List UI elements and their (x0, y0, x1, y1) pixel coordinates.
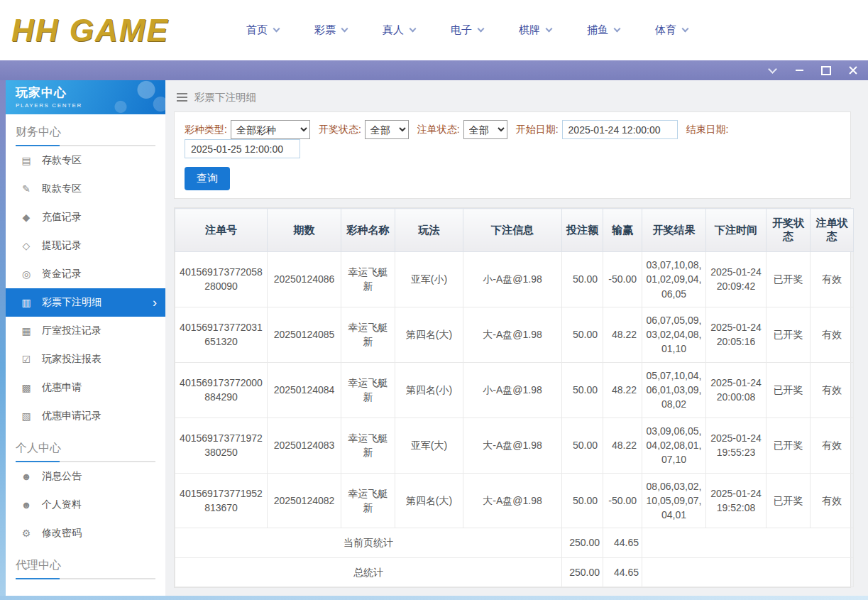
end-date-input[interactable] (185, 139, 300, 158)
table-cell: 已开奖 (767, 307, 811, 362)
table-cell: 有效 (811, 418, 854, 473)
chevron-down-icon (341, 26, 348, 33)
sidebar-item-recharge-records[interactable]: ◆充值记录 (6, 203, 165, 231)
deposit-icon: ▤ (19, 155, 33, 166)
start-date-label: 开始日期: (516, 124, 559, 136)
sidebar-item-profile[interactable]: ☻个人资料 (6, 491, 165, 519)
table-cell: 第四名(大) (395, 473, 463, 528)
table-cell: 03,07,10,08,01,02,09,04,06,05 (642, 252, 706, 307)
profile-icon: ☻ (19, 499, 33, 511)
sidebar-item-deposit-zone[interactable]: ▤存款专区 (6, 146, 165, 175)
nav-item-label: 真人 (383, 23, 404, 37)
table-cell: 20250124084 (268, 362, 341, 418)
table-cell: -50.00 (603, 473, 642, 528)
table-cell: 2025-01-24 19:55:23 (706, 418, 767, 473)
table-header-row: 注单号期数彩种名称玩法下注信息投注额输赢开奖结果下注时间开奖状态注单状态 (175, 209, 854, 252)
menu-icon[interactable] (177, 97, 187, 98)
lottery-type-select[interactable]: 全部彩种 (231, 120, 310, 139)
nav-item-board-games[interactable]: 棋牌 (519, 23, 551, 37)
nav-item-label: 彩票 (314, 23, 336, 37)
column-header: 玩法 (395, 209, 463, 252)
nav-item-slots[interactable]: 电子 (451, 23, 483, 37)
page-title: 彩票下注明细 (194, 91, 256, 104)
column-header: 开奖状态 (767, 209, 811, 252)
table-cell: 已开奖 (767, 252, 811, 307)
search-button[interactable]: 查询 (185, 167, 230, 190)
promo-apply-record-icon: ▧ (19, 410, 33, 422)
sidebar-menu: 财务中心▤存款专区✎取款专区◆充值记录◇提现记录◎资金记录▥彩票下注明细›▦厅室… (6, 114, 165, 579)
brand-logo[interactable]: HH GAME (11, 13, 214, 48)
sidebar-item-withdrawal-records[interactable]: ◇提现记录 (6, 231, 165, 260)
sidebar-item-label: 优惠申请记录 (42, 410, 101, 422)
table-cell: 48.22 (603, 307, 642, 362)
sidebar-item-player-bet-report[interactable]: ☑玩家投注报表 (6, 345, 165, 373)
nav-item-fishing[interactable]: 捕鱼 (587, 23, 620, 37)
nav-item-live-casino[interactable]: 真人 (383, 23, 415, 37)
window-dropdown-chevron-icon[interactable] (767, 65, 777, 75)
table-cell: 大-A盘@1.98 (463, 307, 562, 362)
summary-label: 总统计 (175, 557, 562, 587)
sidebar-item-label: 玩家投注报表 (42, 353, 101, 366)
sidebar-item-hall-bet-records[interactable]: ▦厅室投注记录 (6, 317, 165, 345)
nav-item-label: 首页 (246, 23, 268, 37)
sidebar-item-promo-application[interactable]: ▩优惠申请 (6, 373, 165, 402)
filter-panel: 彩种类型: 全部彩种 开奖状态: 全部 注单状态: 全部 开始日期: 结束日期:… (174, 111, 851, 199)
table-cell: 幸运飞艇新 (341, 307, 395, 362)
sidebar-item-change-password[interactable]: ⚙修改密码 (6, 519, 165, 547)
summary-win-total: 44.65 (603, 557, 642, 587)
table-cell: 2025-01-24 20:05:16 (706, 307, 767, 362)
table-row: 40156917377203165132020250124085幸运飞艇新第四名… (175, 307, 854, 362)
window-close-icon[interactable] (848, 65, 858, 75)
table-cell: 幸运飞艇新 (341, 418, 395, 473)
summary-row: 当前页统计250.0044.65 (175, 528, 854, 557)
table-cell: 大-A盘@1.98 (463, 418, 562, 473)
sidebar-item-withdraw-zone[interactable]: ✎取款专区 (6, 175, 165, 203)
sidebar-section-title: 个人中心 (6, 430, 165, 462)
bet-status-select[interactable]: 全部 (463, 120, 507, 139)
sidebar-item-label: 个人资料 (42, 498, 82, 511)
column-header: 注单号 (175, 209, 268, 252)
column-header: 开奖结果 (642, 209, 706, 252)
table-cell: 03,09,06,05,04,02,08,01,07,10 (642, 418, 706, 473)
table-cell: 50.00 (562, 362, 603, 418)
chevron-down-icon (546, 26, 553, 33)
funds-record-icon: ◎ (19, 268, 33, 280)
table-row: 40156917377195281367020250124082幸运飞艇新第四名… (175, 473, 854, 528)
nav-item-home[interactable]: 首页 (246, 23, 279, 37)
sidebar-item-funds-records[interactable]: ◎资金记录 (6, 260, 165, 288)
table-row: 40156917377205828009020250124086幸运飞艇新亚军(… (175, 252, 854, 307)
column-header: 输赢 (603, 209, 642, 252)
nav-item-lottery[interactable]: 彩票 (314, 23, 347, 37)
bet-status-label: 注单状态: (417, 124, 460, 136)
sidebar-title: 玩家中心 (16, 84, 165, 101)
nav-item-label: 电子 (451, 23, 472, 37)
window-minimize-icon[interactable] (794, 65, 804, 75)
chevron-down-icon (682, 26, 689, 33)
start-date-input[interactable] (562, 120, 678, 139)
table-cell: 大-A盘@1.98 (463, 473, 562, 528)
nav-item-sports[interactable]: 体育 (655, 23, 688, 37)
end-date-label: 结束日期: (686, 124, 729, 136)
window-maximize-icon[interactable] (821, 65, 831, 75)
table-cell: 2025-01-24 20:00:08 (706, 362, 767, 418)
table-cell: 20250124082 (268, 473, 341, 528)
draw-status-select[interactable]: 全部 (365, 120, 409, 139)
table-cell: 50.00 (562, 473, 603, 528)
promo-apply-icon: ▩ (19, 382, 33, 393)
summary-empty (642, 528, 854, 557)
sidebar-item-label: 消息公告 (42, 470, 82, 483)
breadcrumb: 彩票下注明细 (174, 86, 851, 109)
sidebar-item-announcements[interactable]: ☻消息公告 (6, 462, 165, 491)
table-cell: 20250124083 (268, 418, 341, 473)
chevron-down-icon (614, 26, 621, 33)
table-cell: -50.00 (603, 252, 642, 307)
table-cell: 有效 (811, 307, 854, 362)
table-row: 40156917377197238025020250124083幸运飞艇新亚军(… (175, 418, 854, 473)
table-cell: 05,07,10,04,06,01,03,09,08,02 (642, 362, 706, 418)
lottery-bet-detail-icon: ▥ (19, 297, 33, 308)
player-bet-report-icon: ☑ (19, 354, 33, 365)
table-cell: 有效 (811, 362, 854, 418)
sidebar-item-promo-application-records[interactable]: ▧优惠申请记录 (6, 402, 165, 430)
column-header: 投注额 (562, 209, 603, 252)
sidebar-item-lottery-bet-details[interactable]: ▥彩票下注明细› (6, 288, 165, 317)
